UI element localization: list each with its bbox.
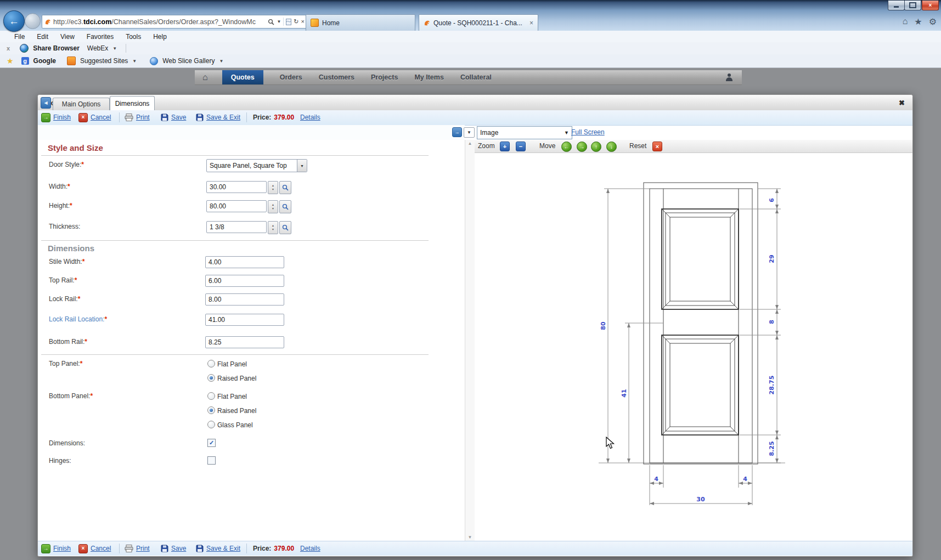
zoom-out-button[interactable]: − — [516, 142, 526, 151]
width-input[interactable]: 30.00 — [206, 181, 267, 193]
menu-tools[interactable]: Tools — [126, 33, 141, 41]
spinner-up-icon[interactable]: ▲ — [272, 184, 274, 188]
browser-tab-home[interactable]: Home — [306, 14, 415, 31]
url-text[interactable]: http://ec3.tdci.com/ChannelSales/Orders/… — [53, 18, 266, 26]
zoom-in-button[interactable]: + — [500, 142, 510, 151]
width-lookup-button[interactable] — [279, 181, 291, 194]
pane-next-button[interactable]: → — [452, 127, 462, 137]
top-panel-raised-radio[interactable] — [207, 374, 215, 382]
menu-file[interactable]: File — [14, 33, 25, 41]
cancel-button[interactable]: × Cancel — [78, 112, 111, 122]
favorites-star-icon[interactable]: ★ — [914, 16, 922, 27]
menu-view[interactable]: View — [60, 33, 75, 41]
door-style-select[interactable]: Square Panel, Square Top ▼ — [206, 159, 307, 172]
window-minimize-button[interactable] — [888, 1, 905, 10]
hinges-checkbox[interactable] — [207, 456, 216, 465]
move-right-button[interactable]: → — [577, 142, 587, 152]
save-button[interactable]: Save — [161, 112, 186, 122]
refresh-icon[interactable]: ↻ — [294, 19, 298, 25]
bottom-panel-raised-radio[interactable] — [207, 406, 215, 414]
height-spinner[interactable]: ▲▼ — [268, 200, 278, 213]
top-rail-input[interactable]: 6.00 — [205, 275, 284, 287]
nav-item-quotes[interactable]: Quotes — [222, 70, 263, 84]
lock-rail-location-label[interactable]: Lock Rail Location:* — [49, 315, 107, 323]
bottom-rail-input[interactable]: 8.25 — [205, 336, 284, 348]
favorite-suggested-sites[interactable]: Suggested Sites — [80, 57, 128, 65]
move-down-button[interactable]: ↓ — [606, 142, 617, 152]
menu-edit[interactable]: Edit — [37, 33, 48, 41]
lock-rail-input[interactable]: 8.00 — [205, 293, 284, 306]
spinner-up-icon[interactable]: ▲ — [272, 224, 274, 228]
thickness-lookup-button[interactable] — [279, 221, 291, 234]
full-screen-link[interactable]: Full Screen — [571, 128, 605, 136]
window-close-button[interactable]: × — [922, 1, 939, 10]
view-selector[interactable]: Image ▼ — [477, 126, 572, 139]
favorite-web-slice-gallery[interactable]: Web Slice Gallery — [162, 57, 215, 65]
details-link[interactable]: Details — [300, 112, 320, 122]
compatibility-view-icon[interactable] — [286, 19, 291, 25]
nav-item-my-items[interactable]: My Items — [414, 73, 444, 81]
move-left-button[interactable]: ← — [561, 142, 572, 152]
lock-rail-location-input[interactable]: 41.00 — [205, 314, 284, 326]
dialog-close-icon[interactable]: ✖ — [899, 99, 905, 107]
spinner-down-icon[interactable]: ▼ — [272, 228, 274, 231]
scroll-up-icon[interactable]: ▲ — [465, 141, 475, 146]
move-up-button[interactable]: ↑ — [591, 142, 601, 152]
reset-button[interactable]: × — [652, 142, 662, 151]
stop-icon[interactable]: × — [301, 19, 305, 25]
home-icon[interactable]: ⌂ — [903, 16, 908, 27]
user-icon[interactable] — [725, 73, 733, 81]
thickness-input[interactable]: 1 3/8 — [206, 221, 267, 233]
select-dropdown-icon[interactable]: ▼ — [297, 160, 307, 172]
spinner-down-icon[interactable]: ▼ — [272, 188, 274, 191]
viewer-menu-button[interactable]: ▼ — [464, 127, 475, 138]
spinner-down-icon[interactable]: ▼ — [272, 207, 274, 211]
tab-dimensions[interactable]: Dimensions — [110, 96, 155, 110]
finish-button[interactable]: → Finish — [41, 112, 71, 122]
back-button[interactable]: ← — [3, 10, 25, 32]
tab-close-icon[interactable]: × — [529, 19, 533, 27]
stile-width-input[interactable]: 4.00 — [205, 256, 284, 268]
favorite-google[interactable]: Google — [33, 57, 56, 65]
nav-home-icon[interactable]: ⌂ — [202, 72, 208, 82]
details-link[interactable]: Details — [300, 544, 320, 553]
thickness-spinner[interactable]: ▲▼ — [268, 221, 278, 234]
menu-favorites[interactable]: Favorites — [87, 33, 114, 41]
finish-button[interactable]: → Finish — [41, 544, 71, 553]
search-icon[interactable] — [268, 19, 274, 25]
print-button[interactable]: Print — [125, 112, 150, 122]
print-button[interactable]: Print — [125, 544, 150, 553]
nav-item-projects[interactable]: Projects — [371, 73, 398, 81]
top-panel-flat-radio[interactable] — [207, 360, 215, 367]
save-button[interactable]: Save — [161, 544, 186, 553]
webex-menu[interactable]: WebEx — [87, 44, 108, 52]
cancel-button[interactable]: × Cancel — [78, 544, 111, 553]
height-lookup-button[interactable] — [279, 200, 291, 213]
scroll-down-icon[interactable]: ▼ — [465, 535, 475, 540]
webex-caret-icon[interactable]: ▼ — [112, 46, 117, 51]
browser-tab-quote[interactable]: Quote - SQH000211-1 - Cha... × — [419, 14, 538, 31]
settings-gear-icon[interactable]: ⚙ — [929, 16, 937, 27]
width-spinner[interactable]: ▲▼ — [268, 181, 278, 194]
nav-item-orders[interactable]: Orders — [280, 73, 302, 81]
web-slice-caret-icon[interactable]: ▼ — [219, 59, 223, 64]
share-browser-button[interactable]: Share Browser — [33, 44, 80, 52]
address-dropdown-icon[interactable]: ▼ — [277, 20, 281, 24]
bottom-panel-glass-radio[interactable] — [207, 421, 215, 428]
forward-button[interactable]: → — [25, 13, 41, 29]
menu-help[interactable]: Help — [153, 33, 167, 41]
nav-item-customers[interactable]: Customers — [319, 73, 354, 81]
suggested-sites-caret-icon[interactable]: ▼ — [132, 59, 137, 64]
window-maximize-button[interactable] — [904, 1, 921, 10]
spinner-up-icon[interactable]: ▲ — [272, 203, 274, 207]
address-bar[interactable]: http://ec3.tdci.com/ChannelSales/Orders/… — [42, 15, 307, 29]
save-and-exit-button[interactable]: Save & Exit — [196, 544, 240, 553]
toolbar-close-icon[interactable]: x — [7, 45, 10, 52]
tab-scroll-left-button[interactable]: ◀ — [41, 97, 51, 109]
bottom-panel-flat-radio[interactable] — [207, 392, 215, 400]
height-input[interactable]: 80.00 — [206, 200, 267, 212]
add-favorite-star-icon[interactable]: ★ — [7, 56, 14, 65]
form-scrollbar[interactable]: ▲ ▼ — [465, 140, 475, 541]
save-and-exit-button[interactable]: Save & Exit — [196, 112, 240, 122]
nav-item-collateral[interactable]: Collateral — [460, 73, 492, 81]
